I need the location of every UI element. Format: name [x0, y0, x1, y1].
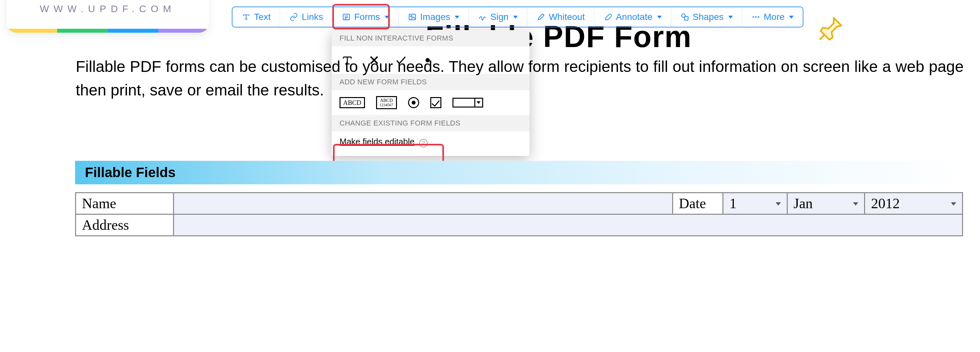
- label-date: Date: [673, 193, 723, 214]
- annotate-button[interactable]: Annotate: [594, 7, 671, 27]
- date-year-value: 2012: [871, 195, 900, 211]
- more-icon: ···: [751, 13, 760, 22]
- dd-header-fill: FILL NON INTERACTIVE FORMS: [332, 30, 530, 46]
- pin-icon[interactable]: [818, 16, 843, 42]
- image-icon: [408, 13, 417, 22]
- svg-rect-4: [684, 17, 688, 20]
- chevron-down-icon: [853, 202, 858, 206]
- logo-card: WWW.UPDF.COM: [6, 0, 209, 33]
- links-button[interactable]: Links: [280, 7, 332, 27]
- date-day-select[interactable]: 1: [723, 193, 787, 214]
- table-row: Address: [76, 214, 963, 236]
- name-field[interactable]: [173, 193, 673, 214]
- logo-stripe: [6, 29, 209, 33]
- caret-icon: [728, 16, 733, 19]
- more-button[interactable]: ··· More: [742, 7, 803, 27]
- form-icon: [342, 13, 351, 22]
- dd-row-change: Make fields editable ?: [332, 131, 530, 155]
- document-body-text: Fillable PDF forms can be customised to …: [76, 55, 964, 102]
- sign-button[interactable]: Sign: [469, 7, 527, 27]
- annotate-label: Annotate: [616, 12, 652, 22]
- images-label: Images: [420, 12, 450, 22]
- whiteout-label: Whiteout: [549, 12, 585, 22]
- label-address: Address: [76, 214, 174, 236]
- annotate-icon: [603, 13, 612, 22]
- svg-point-2: [410, 16, 412, 17]
- more-label: More: [764, 12, 785, 22]
- images-button[interactable]: Images: [399, 7, 469, 27]
- date-day-value: 1: [729, 195, 737, 211]
- shapes-button[interactable]: Shapes: [671, 7, 742, 27]
- chevron-down-icon: [776, 202, 781, 206]
- date-month-value: Jan: [794, 195, 813, 211]
- caret-icon: [789, 16, 794, 19]
- address-field[interactable]: [173, 214, 963, 236]
- chevron-down-icon: [951, 202, 956, 206]
- whiteout-icon: [536, 13, 546, 22]
- label-name: Name: [76, 193, 174, 214]
- multiline-sub: 1234567: [380, 103, 393, 107]
- table-row: Name Date 1 Jan 2012: [76, 193, 963, 214]
- shapes-icon: [680, 13, 689, 22]
- links-label: Links: [302, 12, 323, 22]
- help-icon[interactable]: ?: [419, 139, 428, 147]
- text-label: Text: [254, 12, 270, 22]
- caret-icon: [513, 16, 518, 19]
- date-month-select[interactable]: Jan: [787, 193, 865, 214]
- sign-label: Sign: [490, 12, 509, 22]
- make-fields-editable-link[interactable]: Make fields editable: [339, 137, 415, 146]
- section-title: Fillable Fields: [85, 165, 176, 181]
- caret-icon: [455, 16, 459, 19]
- logo-url-text: WWW.UPDF.COM: [6, 3, 209, 14]
- section-banner: Fillable Fields: [75, 161, 963, 184]
- dd-header-change: CHANGE EXISTING FORM FIELDS: [332, 115, 530, 131]
- caret-icon: [385, 16, 389, 19]
- shapes-label: Shapes: [693, 12, 724, 22]
- sign-icon: [478, 13, 487, 22]
- form-table: Name Date 1 Jan 2012 Address: [75, 192, 963, 236]
- toolbar: Text Links Forms Images Sign: [232, 6, 803, 27]
- caret-icon: [657, 16, 662, 19]
- link-icon: [289, 13, 298, 22]
- svg-rect-1: [409, 14, 415, 19]
- date-year-select[interactable]: 2012: [865, 193, 963, 214]
- text-button[interactable]: Text: [232, 7, 280, 27]
- whiteout-button[interactable]: Whiteout: [527, 7, 595, 27]
- forms-button[interactable]: Forms: [332, 7, 399, 27]
- text-icon: [242, 13, 251, 22]
- forms-label: Forms: [354, 12, 380, 22]
